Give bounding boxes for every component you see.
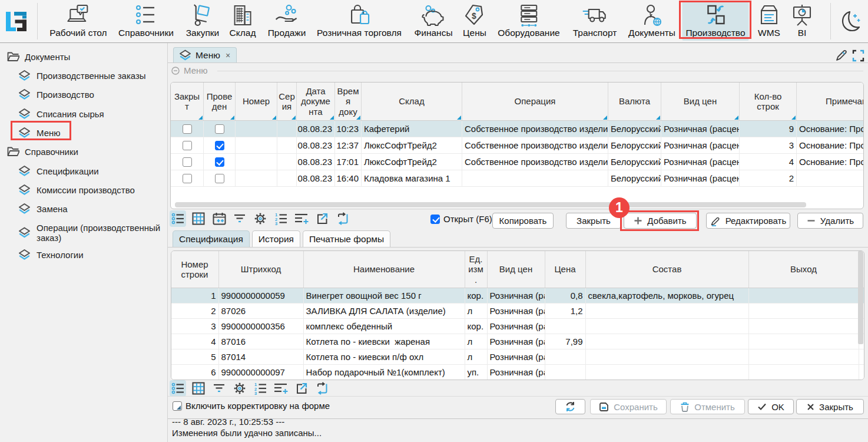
tree-item-raw-writeoffs[interactable]: Списания сырья	[18, 108, 104, 119]
documents-cell-warehouse[interactable]: ЛюксСофтТрейд2	[362, 154, 462, 170]
spec-cell-barcode[interactable]: 87016	[219, 334, 304, 349]
spec-cell-unit[interactable]: кор.	[465, 319, 488, 334]
tree-item-production-commissions[interactable]: Комиссии производство	[18, 184, 135, 196]
spec-cell-unit[interactable]: кор.	[465, 288, 488, 303]
documents-cell-number[interactable]	[236, 170, 277, 186]
spec-column-header-composition[interactable]: Состав	[586, 251, 749, 288]
nav-item-finance[interactable]: Финансы	[410, 2, 456, 41]
nav-item-sales[interactable]: Продажи	[264, 2, 310, 41]
tool-grid-button[interactable]	[190, 380, 207, 397]
cancel-button[interactable]: Отменить	[670, 399, 745, 414]
tab-menu[interactable]: Меню ×	[173, 47, 237, 62]
tool-export-button[interactable]	[314, 210, 330, 227]
spec-cell-line[interactable]: 6	[171, 365, 219, 380]
documents-cell-series[interactable]	[277, 121, 297, 137]
fullscreen-button[interactable]	[852, 49, 864, 62]
documents-cell-time[interactable]: 16:40	[335, 170, 362, 186]
spec-cell-name[interactable]: Винегрет овощной вес 150 г	[304, 288, 465, 303]
open-checkbox-box[interactable]	[430, 215, 440, 224]
tool-repeat-button[interactable]	[314, 380, 330, 397]
tool-list-add-button[interactable]	[273, 380, 289, 397]
tree-item-replacement[interactable]: Замена	[18, 203, 68, 215]
documents-cell-time[interactable]: 10:23	[335, 121, 362, 137]
spec-cell-unit[interactable]: уп.	[465, 365, 488, 380]
spec-column-header-line[interactable]: Номер строки	[171, 251, 219, 288]
documents-cell-warehouse[interactable]: Кафетерий	[362, 121, 462, 137]
documents-row[interactable]: 08.08.2310:23КафетерийСобственное произв…	[171, 121, 863, 137]
documents-cell-note[interactable]	[797, 170, 864, 186]
documents-cell-date[interactable]: 08.08.23	[297, 154, 335, 170]
collapse-minus-icon[interactable]	[171, 67, 180, 75]
spec-cell-line[interactable]: 3	[171, 319, 219, 334]
documents-column-header-currency[interactable]: Валюта	[608, 83, 661, 120]
checkbox-unchecked[interactable]	[183, 124, 192, 134]
documents-cell-operation[interactable]	[462, 170, 608, 186]
tool-numbered-list-button[interactable]: 1 2 3	[252, 380, 269, 397]
documents-column-header-price_type[interactable]: Вид цен	[661, 83, 740, 120]
spec-cell-price[interactable]: 0,8	[545, 288, 586, 303]
vertical-scrollbar[interactable]	[858, 251, 863, 344]
spec-cell-composition[interactable]	[586, 334, 749, 349]
spec-cell-unit[interactable]: л	[465, 349, 488, 364]
documents-column-header-line_count[interactable]: Кол-во строк	[740, 83, 797, 120]
refresh-button[interactable]	[555, 399, 585, 414]
tree-item-operations[interactable]: Операции (производственный заказ)	[18, 223, 163, 243]
documents-cell-time[interactable]: 17:01	[335, 154, 362, 170]
documents-cell-series[interactable]	[277, 170, 297, 186]
spec-column-header-output[interactable]: Выход	[749, 251, 859, 288]
spec-cell-name[interactable]: Набор подарочный №1(комплект)	[304, 365, 465, 380]
documents-cell-date[interactable]: 08.08.23	[297, 137, 335, 153]
spec-cell-name[interactable]: ЗАЛИВКА ДЛЯ САЛАТА (изделие)	[304, 304, 465, 318]
documents-column-header-note[interactable]: Примечание	[797, 83, 864, 120]
documents-cell-date[interactable]: 08.08.23	[297, 121, 335, 137]
spec-row[interactable]: 487016Котлета по - киевски жаренаялРозни…	[171, 334, 864, 349]
tool-list-add-button[interactable]	[293, 210, 310, 227]
ok-button[interactable]: OK	[748, 399, 794, 414]
spec-column-header-name[interactable]: Наименование	[304, 251, 465, 288]
spec-cell-output[interactable]	[749, 334, 859, 349]
nav-item-equipment[interactable]: Оборудование	[494, 2, 563, 41]
documents-cell-number[interactable]	[236, 137, 277, 153]
open-checkbox[interactable]: Открыт (F6)	[430, 214, 492, 224]
documents-cell-price_type[interactable]: Розничная (расценочная)	[661, 154, 740, 170]
nav-item-desktop[interactable]: Рабочий стол	[46, 2, 110, 41]
documents-row[interactable]: 08.08.2312:37ЛюксСофтТрейд2Собственное п…	[171, 137, 863, 154]
detail-tab-specification[interactable]: Спецификация	[173, 230, 250, 247]
spec-cell-barcode[interactable]: 9900000000356	[219, 319, 304, 334]
checkbox-unchecked[interactable]	[183, 141, 192, 150]
spec-cell-price[interactable]: 1,2	[545, 304, 586, 318]
tree-item-specifications[interactable]: Спецификации	[18, 165, 99, 176]
spec-cell-barcode[interactable]: 87026	[219, 304, 304, 318]
documents-column-header-posted[interactable]: Прове ден	[204, 83, 236, 120]
spec-cell-price[interactable]	[545, 365, 586, 380]
documents-cell-currency[interactable]: Белорусский рубль	[608, 121, 661, 137]
spec-column-header-price[interactable]: Цена	[545, 251, 586, 288]
spec-cell-price_type[interactable]: Розничная (расценочная)	[488, 349, 545, 364]
tool-gear-button[interactable]	[231, 380, 248, 397]
spec-cell-composition[interactable]	[586, 365, 749, 380]
documents-cell-note[interactable]: Основание: Производственный заказ	[797, 121, 864, 137]
save-button[interactable]: Сохранить	[590, 399, 667, 414]
tree-section-documents[interactable]: Документы	[7, 51, 70, 61]
documents-cell-currency[interactable]: Белорусский рубль	[608, 137, 661, 153]
spec-row[interactable]: 19900000000059Винегрет овощной вес 150 г…	[171, 288, 864, 304]
spec-row[interactable]: 587014Котлета по - киевски п/ф охллРозни…	[171, 349, 864, 365]
app-logo[interactable]	[6, 11, 27, 31]
documents-cell-operation[interactable]: Собственное производство изделий	[462, 137, 608, 153]
documents-row[interactable]: 08.08.2316:40Кладовка магазина 1Белорусс…	[171, 170, 863, 187]
tree-item-production[interactable]: Производство	[18, 89, 94, 100]
spec-cell-price[interactable]	[545, 349, 586, 364]
checkbox-checked[interactable]	[215, 141, 224, 150]
spec-cell-price[interactable]	[545, 319, 586, 334]
documents-cell-warehouse[interactable]: Кладовка магазина 1	[362, 170, 462, 186]
documents-cell-warehouse[interactable]: ЛюксСофтТрейд2	[362, 137, 462, 153]
spec-row[interactable]: 69900000000097Набор подарочный №1(компле…	[171, 365, 864, 380]
tree-section-catalogs[interactable]: Справочники	[7, 147, 78, 157]
spec-cell-barcode[interactable]: 9900000000097	[219, 365, 304, 380]
documents-cell-note[interactable]: Основание: Производственный заказ	[797, 154, 864, 170]
spec-row[interactable]: 287026ЗАЛИВКА ДЛЯ САЛАТА (изделие)лРозни…	[171, 304, 864, 319]
documents-cell-line_count[interactable]: 3	[740, 137, 797, 153]
checkbox-checked[interactable]	[215, 157, 224, 167]
spec-cell-composition[interactable]	[586, 319, 749, 334]
documents-cell-price_type[interactable]: Розничная (расценочная)	[661, 121, 740, 137]
